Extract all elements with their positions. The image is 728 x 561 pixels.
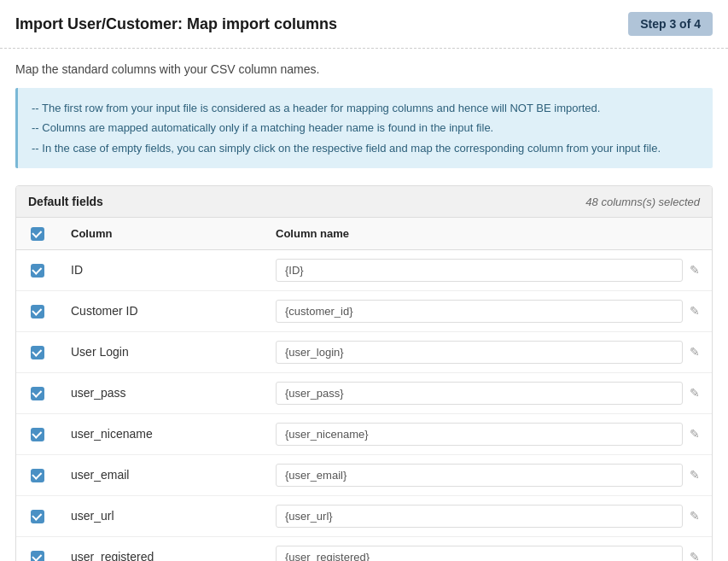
table-row: Customer ID{customer_id}✎ [16,290,712,331]
table-header-row: Column Column name [16,218,712,249]
column-name-value[interactable]: {user_login} [276,341,683,364]
table-row: user_nicename{user_nicename}✎ [16,413,712,454]
table-row: user_pass{user_pass}✎ [16,372,712,413]
column-label: User Login [59,331,264,372]
column-name-value[interactable]: {user_email} [276,464,683,487]
table-body: ID{ID}✎Customer ID{customer_id}✎User Log… [16,249,712,561]
column-name-value[interactable]: {user_url} [276,505,683,528]
checkbox-cell[interactable] [16,536,59,561]
table-row: user_registered{user_registered}✎ [16,536,712,561]
column-label: user_email [59,454,264,495]
edit-icon[interactable]: ✎ [690,550,700,561]
checkbox-cell[interactable] [16,372,59,413]
edit-icon[interactable]: ✎ [690,427,700,441]
column-name-value[interactable]: {customer_id} [276,300,683,323]
header-checkbox-cell[interactable] [16,218,59,249]
header-checkbox[interactable] [31,227,44,241]
column-name-value[interactable]: {user_nicename} [276,423,683,446]
edit-icon[interactable]: ✎ [690,345,700,359]
row-checkbox[interactable] [31,387,44,400]
column-name-cell: {customer_id}✎ [264,290,712,331]
info-line-3: -- In the case of empty fields, you can … [32,138,699,158]
table-header-bar: Default fields 48 columns(s) selected [16,186,712,218]
content-area: Map the standard columns with your CSV c… [0,49,728,561]
column-label: Customer ID [59,290,264,331]
table-row: ID{ID}✎ [16,249,712,290]
checkbox-cell[interactable] [16,413,59,454]
page-title: Import User/Customer: Map import columns [15,15,337,33]
page-wrapper: Import User/Customer: Map import columns… [0,0,728,561]
row-checkbox[interactable] [31,469,44,482]
page-header: Import User/Customer: Map import columns… [0,0,728,49]
table-row: user_email{user_email}✎ [16,454,712,495]
info-line-2: -- Columns are mapped automatically only… [32,118,699,137]
column-name-cell: {user_url}✎ [264,495,712,536]
row-checkbox[interactable] [31,264,44,278]
column-label: user_url [59,495,264,536]
column-label: user_nicename [59,413,264,454]
info-box: -- The first row from your input file is… [15,88,713,168]
row-checkbox[interactable] [31,305,44,318]
column-name-cell: {ID}✎ [264,249,712,290]
edit-icon[interactable]: ✎ [690,468,700,482]
edit-icon[interactable]: ✎ [690,263,700,277]
checkbox-cell[interactable] [16,331,59,372]
checkbox-cell[interactable] [16,249,59,290]
column-name-value[interactable]: {user_registered} [276,546,683,561]
column-header: Column [59,218,264,249]
checkbox-cell[interactable] [16,495,59,536]
column-name-value[interactable]: {user_pass} [276,382,683,405]
edit-icon[interactable]: ✎ [690,386,700,400]
table-row: user_url{user_url}✎ [16,495,712,536]
subtitle-text: Map the standard columns with your CSV c… [15,62,713,76]
columns-selected-count: 48 columns(s) selected [585,196,700,208]
row-checkbox[interactable] [31,428,44,441]
edit-icon[interactable]: ✎ [690,509,700,523]
row-checkbox[interactable] [31,510,44,523]
step-badge: Step 3 of 4 [628,12,713,36]
column-label: user_registered [59,536,264,561]
column-name-cell: {user_registered}✎ [264,536,712,561]
row-checkbox[interactable] [31,551,44,561]
column-name-header: Column name [264,218,712,249]
checkbox-cell[interactable] [16,454,59,495]
column-name-value[interactable]: {ID} [276,259,683,282]
table-row: User Login{user_login}✎ [16,331,712,372]
mapping-table: Column Column name ID{ID}✎Customer ID{cu… [16,218,712,561]
edit-icon[interactable]: ✎ [690,304,700,318]
column-name-cell: {user_email}✎ [264,454,712,495]
column-name-cell: {user_nicename}✎ [264,413,712,454]
section-title: Default fields [28,195,103,208]
checkbox-cell[interactable] [16,290,59,331]
column-label: user_pass [59,372,264,413]
mapping-table-container: Default fields 48 columns(s) selected Co… [15,185,713,561]
column-name-cell: {user_login}✎ [264,331,712,372]
column-label: ID [59,249,264,290]
column-name-cell: {user_pass}✎ [264,372,712,413]
info-line-1: -- The first row from your input file is… [32,98,699,118]
row-checkbox[interactable] [31,346,44,359]
